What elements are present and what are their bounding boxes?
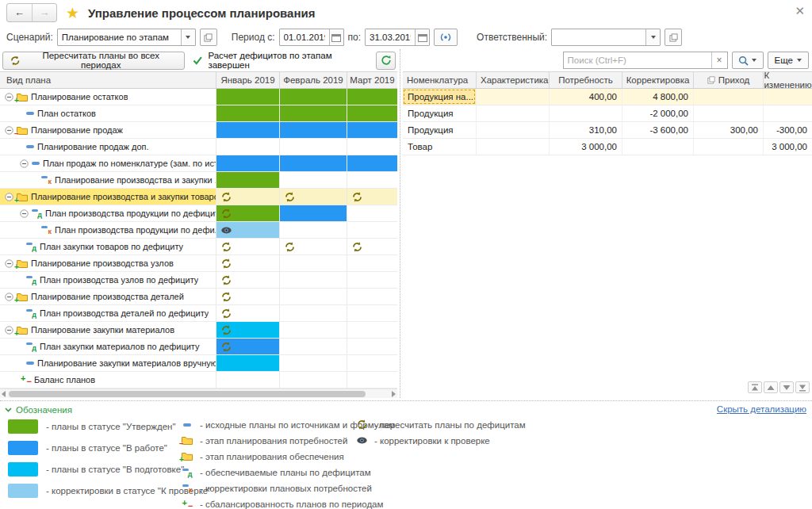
gantt-cell[interactable] (216, 205, 279, 221)
plan-name-cell[interactable]: дПлан производства продукции по дефициту (0, 205, 216, 221)
plan-tree-row[interactable]: План остатков (0, 105, 397, 122)
hide-detail-link[interactable]: Скрыть детализацию (717, 404, 806, 414)
plan-tree-row[interactable]: +Планирование производства деталей (0, 289, 397, 305)
detail-cell[interactable] (693, 105, 763, 121)
detail-table-row[interactable]: Продукция310,00-3 600,00300,00-300,00 (403, 122, 812, 139)
column-correction[interactable]: Корректировка (622, 72, 693, 88)
gantt-cell[interactable] (216, 172, 279, 188)
detail-table-row[interactable]: Товар3 000,003 000,00 (403, 139, 812, 155)
responsible-input[interactable] (552, 29, 645, 45)
scrollbar-thumb[interactable] (9, 391, 366, 397)
gantt-cell[interactable] (347, 172, 397, 188)
scroll-right-icon[interactable] (392, 391, 396, 397)
plan-name-cell[interactable]: +Планирование производства и закупки тов… (0, 189, 216, 205)
plan-name-cell[interactable]: План остатков (0, 105, 216, 121)
column-march[interactable]: Март 2019 (347, 72, 397, 88)
gantt-cell[interactable] (216, 289, 279, 304)
plan-name-cell[interactable]: +Планирование производства узлов (0, 255, 216, 271)
gantt-cell[interactable] (347, 239, 397, 254)
detail-cell[interactable] (476, 122, 549, 138)
gantt-cell[interactable] (347, 372, 397, 388)
plan-tree-row[interactable]: дПлан производства деталей по дефициту (0, 305, 397, 322)
gantt-cell[interactable] (347, 189, 397, 205)
detail-cell[interactable]: 310,00 (549, 122, 622, 138)
collapse-icon[interactable] (20, 209, 29, 218)
plan-tree-row[interactable]: +Планирование остатков (0, 89, 397, 105)
gantt-cell[interactable] (347, 105, 397, 121)
scroll-up-button[interactable] (764, 381, 778, 393)
period-to-calendar-button[interactable] (415, 29, 429, 45)
collapse-icon[interactable] (5, 193, 13, 201)
plan-name-cell[interactable]: Планирование закупки материалов вручную (0, 355, 216, 371)
plan-tree-row[interactable]: Планирование продаж доп. (0, 139, 397, 155)
legend-header[interactable]: Обозначения (5, 405, 72, 415)
gantt-cell[interactable] (279, 255, 347, 271)
collapse-icon[interactable] (5, 326, 13, 335)
gantt-cell[interactable] (279, 89, 347, 105)
detail-cell[interactable]: 4 800,00 (622, 89, 693, 105)
gantt-cell[interactable] (216, 322, 279, 338)
gantt-cell[interactable] (347, 155, 397, 171)
gantt-cell[interactable] (216, 272, 279, 288)
detail-cell[interactable]: 400,00 (549, 89, 622, 105)
plan-name-cell[interactable]: −Планирование продаж (0, 122, 216, 138)
detail-cell[interactable] (693, 89, 763, 105)
gantt-cell[interactable] (216, 255, 279, 271)
back-button[interactable]: ← (7, 4, 32, 21)
column-need[interactable]: Потребность (549, 72, 622, 88)
detail-cell[interactable]: -300,00 (763, 122, 812, 138)
search-input[interactable] (564, 52, 711, 68)
detail-cell[interactable]: 300,00 (693, 122, 763, 138)
gantt-cell[interactable] (279, 139, 347, 155)
plan-name-cell[interactable]: +Планирование закупки материалов (0, 322, 216, 338)
gantt-cell[interactable] (347, 339, 397, 354)
detail-cell[interactable]: Продукция на... (403, 89, 476, 105)
collapse-icon[interactable] (20, 159, 29, 168)
gantt-cell[interactable] (279, 355, 347, 371)
scroll-first-button[interactable] (748, 381, 762, 393)
gantt-cell[interactable] (279, 272, 347, 288)
plan-tree-row[interactable]: дПлан закупки товаров по дефициту (0, 239, 397, 255)
detail-cell[interactable]: 3 000,00 (549, 139, 622, 155)
gantt-cell[interactable] (347, 355, 397, 371)
detail-cell[interactable] (763, 105, 812, 121)
period-from-input[interactable] (280, 29, 329, 45)
gantt-cell[interactable] (216, 239, 279, 254)
gantt-cell[interactable] (347, 322, 397, 338)
column-plan-type[interactable]: Вид плана (0, 72, 216, 88)
gantt-cell[interactable] (279, 222, 347, 238)
plan-tree-row[interactable]: +Планирование производства и закупки тов… (0, 189, 397, 205)
gantt-cell[interactable] (279, 172, 347, 188)
plan-tree-row[interactable]: дПлан производства узлов по дефициту (0, 272, 397, 289)
detail-cell[interactable]: 3 000,00 (763, 139, 812, 155)
collapse-icon[interactable] (5, 293, 13, 301)
plan-name-cell[interactable]: дПлан производства деталей по дефициту (0, 305, 216, 321)
plan-tree-row[interactable]: +Планирование закупки материалов (0, 322, 397, 339)
plan-name-cell[interactable]: дПлан закупки товаров по дефициту (0, 239, 216, 254)
plan-tree-row[interactable]: +−Баланс планов (0, 372, 397, 388)
panel-splitter[interactable] (400, 49, 400, 398)
gantt-cell[interactable] (279, 372, 347, 388)
gantt-cell[interactable] (216, 139, 279, 155)
detail-cell[interactable]: -3 600,00 (622, 122, 693, 138)
period-to-input[interactable] (366, 29, 415, 45)
detail-cell[interactable]: Товар (403, 139, 476, 155)
scenario-dropdown-button[interactable] (181, 29, 195, 45)
gantt-cell[interactable] (216, 339, 279, 354)
plan-tree-row[interactable]: дПлан закупки материалов по дефициту (0, 339, 397, 355)
plan-tree-row[interactable]: кПланирование производства и закупки ... (0, 172, 397, 189)
responsible-choose-button[interactable] (665, 29, 682, 46)
forward-button[interactable]: → (32, 4, 56, 21)
plan-name-cell[interactable]: кПлан производства продукции по дефи... (0, 222, 216, 238)
scenario-choose-button[interactable] (200, 29, 217, 46)
collapse-icon[interactable] (5, 259, 13, 268)
detail-cell[interactable] (693, 139, 763, 155)
column-characteristic[interactable]: Характеристика (476, 72, 549, 88)
gantt-cell[interactable] (216, 122, 279, 138)
detail-cell[interactable] (476, 105, 549, 121)
detail-table-row[interactable]: Продукция на...400,004 800,00 (403, 89, 812, 105)
gantt-cell[interactable] (279, 205, 347, 221)
gantt-cell[interactable] (216, 105, 279, 121)
column-nomenclature[interactable]: Номенклатура (403, 72, 476, 88)
scroll-last-button[interactable] (795, 381, 810, 393)
